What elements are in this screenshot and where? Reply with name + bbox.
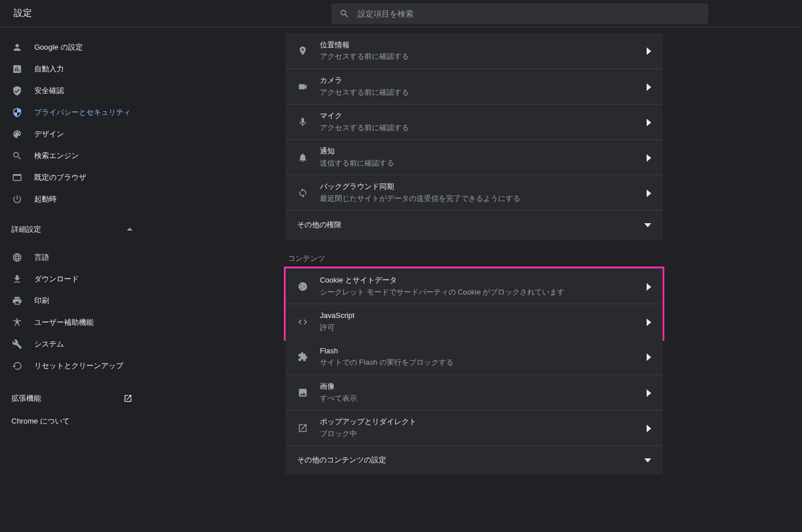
row-title: その他の権限 [297,220,637,230]
sidebar-item-label: 自動入力 [34,64,64,74]
row-subtitle: すべて表示 [320,393,640,404]
open-external-icon [123,394,133,403]
browser-icon [11,172,23,183]
advanced-label: 詳細設定 [11,224,41,235]
sidebar-item-accessibility[interactable]: ユーザー補助機能 [0,312,146,333]
main-content: 位置情報 アクセスする前に確認する カメラ アクセスする前に確認する [146,27,802,532]
chevron-down-icon [644,223,651,228]
chevron-right-icon [647,47,651,54]
print-icon [11,295,23,307]
row-title: マイク [320,111,640,121]
content-settings-list: Flash サイトでの Flash の実行をブロックする 画像 すべて表示 [286,339,663,475]
row-subtitle: 送信する前に確認する [320,158,640,168]
chevron-right-icon [647,319,651,325]
row-subtitle: ブロック中 [320,429,640,439]
row-subtitle: アクセスする前に確認する [320,51,640,62]
sidebar-item-label: 言語 [34,252,49,263]
chevron-right-icon [647,154,651,161]
restore-icon [11,360,23,372]
sidebar-item-label: 安全確認 [34,86,64,96]
sidebar-item-default-browser[interactable]: 既定のブラウザ [0,167,146,188]
chevron-right-icon [647,389,651,396]
sidebar-item-label: 検索エンジン [34,151,79,161]
row-title: ポップアップとリダイレクト [320,417,640,427]
sidebar-item-downloads[interactable]: ダウンロード [0,268,146,290]
setting-row-camera[interactable]: カメラ アクセスする前に確認する [286,68,663,104]
sidebar-item-label: 既定のブラウザ [34,172,86,183]
sidebar-item-label: ダウンロード [34,274,79,284]
search-input[interactable] [358,9,700,18]
setting-row-javascript[interactable]: JavaScript 許可 [286,304,663,339]
sidebar-item-label: ユーザー補助機能 [34,317,94,328]
sidebar-extensions[interactable]: 拡張機能 [0,387,146,410]
row-subtitle: サイトでの Flash の実行をブロックする [320,357,640,368]
setting-row-location[interactable]: 位置情報 アクセスする前に確認する [286,33,663,68]
sidebar-about[interactable]: Chrome について [0,410,146,433]
sidebar-item-label: 印刷 [34,296,49,306]
sidebar-item-startup[interactable]: 起動時 [0,188,146,210]
row-title: 通知 [320,146,640,156]
sidebar-item-privacy[interactable]: プライバシーとセキュリティ [0,102,146,123]
sidebar: Google の設定 自動入力 安全確認 プライバシーとセキュリティ デザイン … [0,27,146,532]
chevron-right-icon [647,425,651,432]
row-subtitle: アクセスする前に確認する [320,87,640,98]
advanced-toggle[interactable]: 詳細設定 [0,217,146,242]
sidebar-item-system[interactable]: システム [0,333,146,355]
wrench-icon [11,338,23,350]
accessibility-icon [11,317,23,328]
row-title: バックグラウンド同期 [320,182,640,192]
autofill-icon [11,63,23,75]
header: 設定 [0,0,802,27]
setting-row-images[interactable]: 画像 すべて表示 [286,374,663,410]
sidebar-item-design[interactable]: デザイン [0,123,146,145]
sidebar-item-print[interactable]: 印刷 [0,290,146,312]
sidebar-item-reset[interactable]: リセットとクリーンアップ [0,355,146,377]
download-icon [11,273,23,285]
sidebar-item-safety[interactable]: 安全確認 [0,80,146,102]
permissions-list: 位置情報 アクセスする前に確認する カメラ アクセスする前に確認する [286,33,663,240]
camera-icon [297,81,308,92]
search-box[interactable] [331,3,708,24]
cookie-icon [297,281,308,292]
bell-icon [297,152,308,163]
sidebar-item-label: プライバシーとセキュリティ [34,107,131,118]
mic-icon [297,116,308,128]
sidebar-item-search-engine[interactable]: 検索エンジン [0,145,146,167]
row-title: カメラ [320,75,640,86]
setting-row-flash[interactable]: Flash サイトでの Flash の実行をブロックする [286,339,663,374]
other-permissions-expander[interactable]: その他の権限 [286,210,663,240]
row-subtitle: アクセスする前に確認する [320,123,640,133]
row-title: Cookie とサイトデータ [320,275,640,285]
setting-row-popups[interactable]: ポップアップとリダイレクト ブロック中 [286,410,663,445]
setting-row-cookies[interactable]: Cookie とサイトデータ シークレット モードでサードパーティの Cooki… [286,268,663,304]
palette-icon [11,128,23,140]
globe-icon [11,252,23,263]
sidebar-item-label: デザイン [34,129,64,139]
puzzle-icon [297,351,308,362]
row-title: 位置情報 [320,40,640,50]
image-icon [297,387,308,398]
code-icon [297,316,308,328]
row-subtitle: 許可 [320,323,640,333]
page-title: 設定 [14,7,331,19]
shield-half-icon [11,107,23,118]
row-title: Flash [320,346,640,356]
setting-row-mic[interactable]: マイク アクセスする前に確認する [286,104,663,139]
about-label: Chrome について [11,416,70,426]
row-title: 画像 [320,381,640,392]
setting-row-notifications[interactable]: 通知 送信する前に確認する [286,139,663,175]
chevron-right-icon [647,190,651,196]
sidebar-item-label: リセットとクリーンアップ [34,361,123,371]
sidebar-item-google[interactable]: Google の設定 [0,37,146,58]
setting-row-bg-sync[interactable]: バックグラウンド同期 最近閉じたサイトがデータの送受信を完了できるようにする [286,175,663,210]
power-icon [11,194,23,205]
chevron-up-icon [127,228,133,231]
other-content-expander[interactable]: その他のコンテンツの設定 [286,445,663,475]
sidebar-item-language[interactable]: 言語 [0,247,146,268]
sync-icon [297,187,308,199]
chevron-right-icon [647,353,651,360]
shield-check-icon [11,85,23,96]
sidebar-item-autofill[interactable]: 自動入力 [0,58,146,80]
sidebar-item-label: システム [34,339,64,349]
location-icon [297,45,308,57]
